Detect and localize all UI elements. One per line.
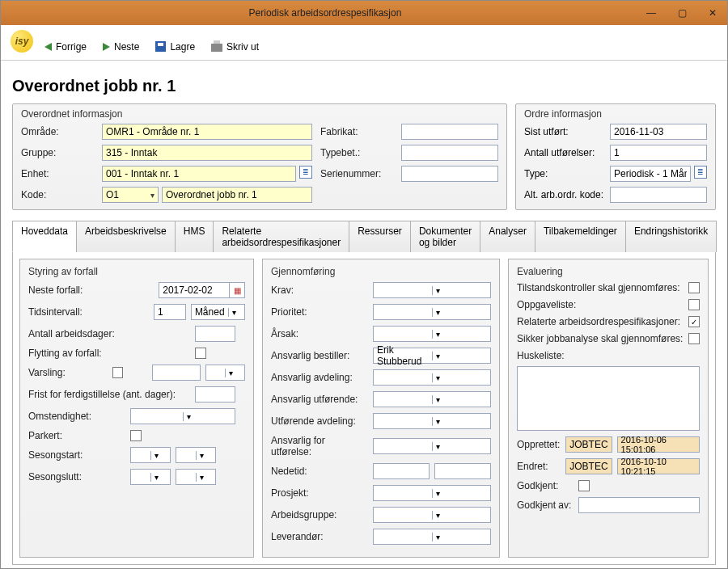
oppgave-label: Oppgaveliste: <box>517 299 684 310</box>
app-window: Periodisk arbeidsordrespesifikasjon — ▢ … <box>0 0 728 569</box>
overordnet-legend: Overordnet informasjon <box>21 108 498 120</box>
tilstand-label: Tilstandskontroller skal gjennomføres: <box>517 282 684 293</box>
krav-label: Krav: <box>271 284 368 296</box>
alt-input[interactable] <box>610 187 707 203</box>
omst-combo[interactable]: ▾ <box>130 408 235 424</box>
save-button[interactable]: Lagre <box>152 40 198 54</box>
neste-label: Neste forfall: <box>28 284 154 296</box>
flytting-checkbox[interactable] <box>195 348 206 359</box>
prioritet-combo[interactable]: ▾ <box>373 304 491 320</box>
tid-num-input[interactable] <box>154 304 186 320</box>
fabrikat-label: Fabrikat: <box>320 126 393 137</box>
nedetid-m[interactable] <box>434 463 491 479</box>
calendar-icon[interactable]: ▦ <box>229 282 245 298</box>
save-icon <box>155 41 166 52</box>
serienr-input[interactable] <box>401 166 498 182</box>
tid-unit-combo[interactable]: Måned▾ <box>191 304 245 320</box>
varsling-num[interactable] <box>152 365 201 381</box>
ans-utf-label: Ansvarlig utførende: <box>271 394 368 405</box>
sist-label: Sist utført: <box>524 126 605 137</box>
huske-textarea[interactable] <box>517 366 700 431</box>
oppgave-checkbox[interactable] <box>688 299 700 310</box>
styring-panel: Styring av forfall Neste forfall: ▦ Tids… <box>19 259 254 558</box>
enhet-lookup-icon[interactable]: ≣ <box>299 166 312 179</box>
arrow-left-icon <box>44 43 52 51</box>
antall-arb-input[interactable] <box>195 326 235 342</box>
print-icon <box>211 44 222 52</box>
type-input[interactable] <box>610 166 691 182</box>
eval-legend: Evaluering <box>517 266 700 277</box>
arsak-label: Årsak: <box>271 328 368 339</box>
utf-avd-combo[interactable]: ▾ <box>373 413 491 429</box>
lev-combo[interactable]: ▾ <box>373 529 491 545</box>
godkjent-av-input[interactable] <box>578 497 700 513</box>
godkjent-av-label: Godkjent av: <box>517 499 574 511</box>
sist-input[interactable] <box>610 124 707 140</box>
godkjent-checkbox[interactable] <box>578 480 590 491</box>
ans-utf-combo[interactable]: ▾ <box>373 391 491 407</box>
prosjekt-label: Prosjekt: <box>271 487 368 499</box>
type-lookup-icon[interactable]: ≣ <box>694 166 707 179</box>
antall-input[interactable] <box>610 145 707 161</box>
tab-hms[interactable]: HMS <box>175 221 214 252</box>
sesongstart-d[interactable]: ▾ <box>176 447 216 463</box>
kode-combo[interactable]: O1▾ <box>102 187 159 203</box>
opprettet-user: JOBTEC <box>565 436 612 453</box>
varsling-checkbox[interactable] <box>112 367 124 378</box>
tab-tilbakemeldinger[interactable]: Tilbakemeldinger <box>535 221 626 252</box>
varsling-label: Varsling: <box>28 367 108 378</box>
varsling-unit[interactable]: ▾ <box>205 365 245 381</box>
krav-combo[interactable]: ▾ <box>373 282 491 298</box>
tab-endringshistorikk[interactable]: Endringshistorikk <box>625 221 717 252</box>
enhet-combo[interactable]: 001 - Inntak nr. 1 <box>102 166 296 182</box>
sesongslutt-m[interactable]: ▾ <box>130 469 171 485</box>
tab-body: Styring av forfall Neste forfall: ▦ Tids… <box>12 252 716 565</box>
sikker-checkbox[interactable] <box>688 333 700 344</box>
gruppe-combo[interactable]: 315 - Inntak <box>102 145 312 161</box>
tab-ressurser[interactable]: Ressurser <box>349 221 411 252</box>
typebet-label: Typebet.: <box>320 147 393 158</box>
prev-button[interactable]: Forrige <box>41 40 90 54</box>
arrow-right-icon <box>103 43 110 51</box>
enhet-label: Enhet: <box>21 168 94 179</box>
minimize-button[interactable]: — <box>643 7 659 19</box>
serienr-label: Serienummer: <box>320 168 393 179</box>
fabrikat-input[interactable] <box>401 124 498 140</box>
nedetid-h[interactable] <box>373 463 430 479</box>
typebet-input[interactable] <box>401 145 498 161</box>
kode-desc[interactable] <box>162 187 312 203</box>
relat-checkbox[interactable]: ✓ <box>688 316 700 327</box>
tab-dokumenter[interactable]: Dokumenter og bilder <box>410 221 480 252</box>
ans-for-combo[interactable]: ▾ <box>373 438 491 454</box>
parkert-checkbox[interactable] <box>130 430 142 441</box>
sesongstart-m[interactable]: ▾ <box>130 447 171 463</box>
tab-analyser[interactable]: Analyser <box>480 221 535 252</box>
print-button[interactable]: Skriv ut <box>208 40 262 54</box>
tab-hoveddata[interactable]: Hoveddata <box>12 221 77 252</box>
frist-input[interactable] <box>195 386 235 403</box>
arbgrp-combo[interactable]: ▾ <box>373 507 491 523</box>
arsak-combo[interactable]: ▾ <box>373 326 491 342</box>
maximize-button[interactable]: ▢ <box>674 7 690 19</box>
ordre-legend: Ordre informasjon <box>524 108 707 120</box>
tab-arbeidsbeskrivelse[interactable]: Arbeidsbeskrivelse <box>76 221 176 252</box>
page-title: Overordnet jobb nr. 1 <box>12 77 716 95</box>
omrade-combo[interactable]: OMR1 - Område nr. 1 <box>102 124 312 140</box>
endret-user: JOBTEC <box>565 458 612 474</box>
antall-arb-label: Antall arbeidsdager: <box>28 328 190 339</box>
opprettet-dt: 2016-10-06 15:01:06 <box>617 436 700 453</box>
window-title: Periodisk arbeidsordrespesifikasjon <box>7 7 643 19</box>
next-button[interactable]: Neste <box>99 40 142 54</box>
tilstand-checkbox[interactable] <box>688 282 700 293</box>
opprettet-label: Opprettet: <box>517 439 561 450</box>
omst-label: Omstendighet: <box>28 411 125 422</box>
ans-best-combo[interactable]: Erik Stubberud▾ <box>373 348 491 364</box>
neste-input[interactable] <box>159 282 230 298</box>
prosjekt-combo[interactable]: ▾ <box>373 485 491 501</box>
sesongslutt-d[interactable]: ▾ <box>176 469 216 485</box>
toolbar: Forrige Neste Lagre Skriv ut <box>1 33 727 61</box>
tab-relaterte[interactable]: Relaterte arbeidsordrespesifikasjoner <box>213 221 349 252</box>
ans-avd-combo[interactable]: ▾ <box>373 369 491 386</box>
close-button[interactable]: ✕ <box>705 7 721 19</box>
tid-label: Tidsintervall: <box>28 306 149 318</box>
